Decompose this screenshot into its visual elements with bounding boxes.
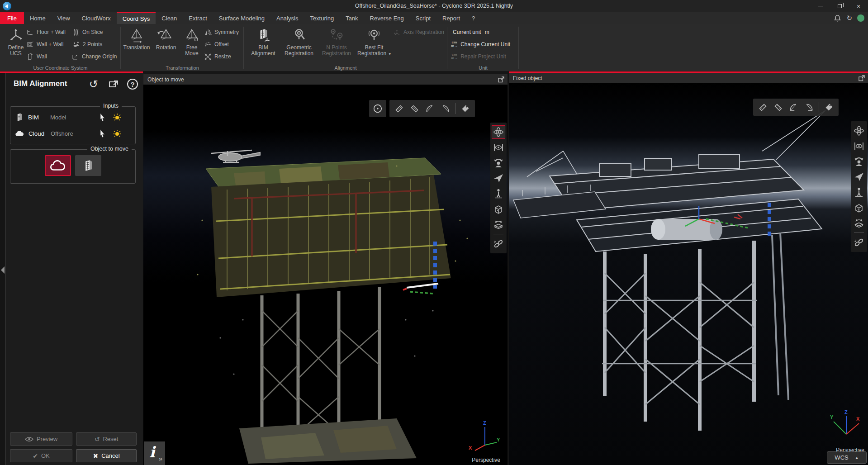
move-cloud-option-button[interactable] bbox=[45, 155, 71, 176]
constrained-orbit-button[interactable] bbox=[852, 139, 866, 153]
change-origin-icon bbox=[71, 53, 79, 61]
best-fit-dropdown-caret-icon[interactable]: ▾ bbox=[389, 52, 391, 56]
point-cloud-canvas[interactable]: i » Z X Y Perspective bbox=[143, 85, 508, 465]
tab-help[interactable]: ? bbox=[466, 12, 481, 24]
angle-measurement-button[interactable] bbox=[787, 100, 800, 114]
profile-measurement-button[interactable] bbox=[438, 102, 452, 115]
profile-measurement-button[interactable] bbox=[802, 100, 816, 114]
minimize-button[interactable] bbox=[811, 0, 830, 12]
sync-icon[interactable]: ↻ bbox=[846, 14, 852, 22]
change-origin-button[interactable]: Change Origin bbox=[71, 52, 117, 62]
pick-cloud-cursor-button[interactable] bbox=[98, 129, 107, 138]
ok-button[interactable]: ✔ OK bbox=[10, 449, 72, 462]
ribbon-group-transformation: Translation Rotation Free Move Symmetry bbox=[121, 24, 244, 71]
open-in-window-icon bbox=[109, 80, 119, 89]
tab-clean[interactable]: Clean bbox=[156, 12, 183, 24]
measure-point-button[interactable] bbox=[771, 100, 785, 114]
notifications-bell-icon[interactable] bbox=[834, 14, 841, 22]
orbit-mode-button[interactable] bbox=[492, 125, 505, 139]
tab-home[interactable]: Home bbox=[24, 12, 52, 24]
geometric-registration-button[interactable]: Geometric Registration bbox=[281, 26, 317, 65]
orbit-mode-button[interactable] bbox=[852, 124, 866, 138]
on-slice-button[interactable]: On Slice bbox=[72, 27, 103, 37]
tab-cloudworx[interactable]: CloudWorx bbox=[76, 12, 117, 24]
offset-button[interactable]: Offset bbox=[204, 39, 229, 49]
tag-button[interactable] bbox=[822, 100, 836, 114]
viewport-right-expand-icon[interactable] bbox=[858, 75, 865, 82]
tab-reverse-eng[interactable]: Reverse Eng bbox=[364, 12, 410, 24]
viewport-left-expand-icon[interactable] bbox=[498, 76, 505, 83]
constrained-orbit-button[interactable] bbox=[492, 141, 505, 154]
add-measurement-button[interactable] bbox=[756, 100, 769, 114]
link-views-button[interactable] bbox=[492, 237, 505, 251]
resize-button[interactable]: Resize bbox=[204, 52, 231, 62]
cancel-button[interactable]: ✖ Cancel bbox=[76, 449, 137, 462]
restore-button[interactable] bbox=[830, 0, 849, 12]
fly-mode-button[interactable] bbox=[852, 170, 866, 184]
helicopter-shape bbox=[211, 150, 260, 163]
tab-extract[interactable]: Extract bbox=[183, 12, 213, 24]
tab-texturing[interactable]: Texturing bbox=[304, 12, 340, 24]
floor-wall-button[interactable]: Floor + Wall bbox=[26, 27, 66, 37]
tab-report[interactable]: Report bbox=[436, 12, 466, 24]
move-model-option-button[interactable] bbox=[75, 155, 101, 176]
projection-label-left[interactable]: Perspective bbox=[472, 457, 500, 463]
free-move-button[interactable]: Free Move bbox=[180, 26, 203, 65]
panel-help-button[interactable]: ? bbox=[126, 78, 139, 90]
section-cube-button[interactable] bbox=[492, 202, 505, 216]
cloud-visibility-bulb-icon[interactable] bbox=[113, 129, 122, 138]
symmetry-button[interactable]: Symmetry bbox=[204, 27, 239, 37]
angle-measurement-button[interactable] bbox=[423, 102, 436, 115]
examine-mode-button[interactable] bbox=[852, 155, 866, 168]
tag-button[interactable] bbox=[459, 102, 472, 115]
translation-button[interactable]: Translation bbox=[122, 26, 152, 65]
turntable-button[interactable] bbox=[492, 218, 505, 231]
wall-wall-button[interactable]: Wall + Wall bbox=[26, 39, 63, 49]
preview-button[interactable]: Preview bbox=[10, 432, 72, 446]
axis-triad-left[interactable]: Z X Y bbox=[469, 422, 500, 454]
wall-button[interactable]: Wall bbox=[26, 52, 47, 62]
axis-registration-button[interactable]: Axis Registration bbox=[393, 27, 444, 37]
cad-model-scene bbox=[509, 83, 868, 465]
viewport-right-title: Fixed object bbox=[513, 75, 542, 81]
rotation-button[interactable]: Rotation bbox=[152, 26, 180, 65]
bim-visibility-bulb-icon[interactable] bbox=[113, 113, 122, 122]
walk-mode-button[interactable] bbox=[492, 187, 505, 200]
reset-button[interactable]: ↺ Reset bbox=[76, 432, 137, 446]
tab-file[interactable]: File bbox=[0, 12, 24, 24]
collapse-panel-arrow-icon[interactable] bbox=[1, 266, 5, 274]
tab-coord-sys[interactable]: Coord Sys bbox=[117, 12, 156, 24]
best-fit-registration-button[interactable]: Best Fit Registration ▾ bbox=[356, 26, 392, 65]
autofocus-target-button[interactable] bbox=[369, 100, 386, 117]
tab-script[interactable]: Script bbox=[410, 12, 436, 24]
scene-info-button[interactable]: i » bbox=[144, 441, 165, 465]
account-status-icon[interactable] bbox=[857, 14, 864, 22]
link-views-button[interactable] bbox=[852, 236, 866, 249]
walk-mode-button[interactable] bbox=[852, 185, 866, 199]
turntable-button[interactable] bbox=[852, 216, 866, 230]
tab-view[interactable]: View bbox=[52, 12, 76, 24]
add-measurement-button[interactable] bbox=[392, 102, 406, 115]
tab-analysis[interactable]: Analysis bbox=[270, 12, 304, 24]
fly-mode-button[interactable] bbox=[492, 171, 505, 185]
cad-model-canvas[interactable]: Z Y X Perspective WCS ▲ bbox=[509, 83, 868, 465]
close-button[interactable]: × bbox=[849, 0, 868, 12]
axis-triad-right[interactable]: Z Y X bbox=[829, 412, 861, 444]
bim-alignment-button[interactable]: BIM Alignment bbox=[247, 26, 279, 65]
examine-mode-button[interactable] bbox=[492, 156, 505, 170]
define-ucs-button[interactable]: Define UCS bbox=[3, 26, 29, 65]
panel-detach-button[interactable] bbox=[107, 78, 120, 90]
measure-point-button[interactable] bbox=[408, 102, 421, 115]
section-cube-button[interactable] bbox=[852, 201, 866, 214]
panel-reset-button[interactable]: ↺ bbox=[87, 78, 100, 90]
viewport-object-to-move: Object to move bbox=[143, 71, 508, 465]
change-current-unit-button[interactable]: cmm→ Change Current Unit bbox=[451, 39, 510, 49]
repair-project-unit-button[interactable]: cmm→ Repair Project Unit bbox=[451, 52, 506, 62]
coordinate-system-dropdown[interactable]: WCS ▲ bbox=[827, 451, 867, 464]
application-window: Offshore_OilandGas_SeaHorse* - Cyclone 3… bbox=[0, 0, 868, 465]
pick-bim-cursor-button[interactable] bbox=[98, 113, 107, 122]
tab-surface-modeling[interactable]: Surface Modeling bbox=[213, 12, 270, 24]
n-points-registration-button[interactable]: N Points Registration bbox=[319, 26, 354, 65]
two-points-button[interactable]: 2 Points bbox=[72, 39, 102, 49]
tab-tank[interactable]: Tank bbox=[340, 12, 364, 24]
